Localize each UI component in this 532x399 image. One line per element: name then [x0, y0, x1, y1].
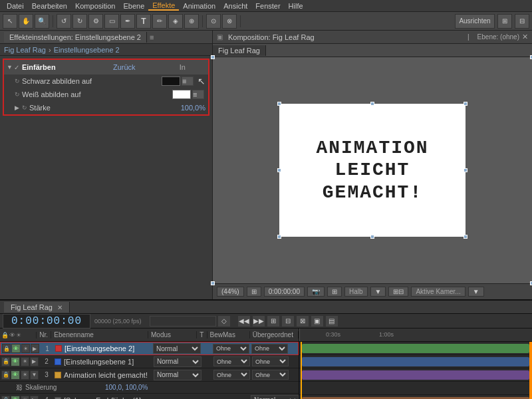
tool-zoom[interactable]: 🔍	[35, 14, 49, 29]
layer1-solo[interactable]: ☀	[21, 344, 30, 353]
layer1-mode-select[interactable]: Normal	[153, 343, 201, 354]
camera-dropdown-btn[interactable]: ▼	[468, 287, 484, 297]
tool-text[interactable]: T	[136, 14, 151, 29]
layer1-uber-select[interactable]: Ohne	[251, 344, 288, 354]
layer3-eye[interactable]: 👁	[11, 370, 19, 380]
tool-clone[interactable]: ◈	[168, 14, 183, 29]
effect-expand-icon[interactable]: ▼	[7, 64, 13, 70]
menu-effekte[interactable]: Effekte	[148, 1, 179, 11]
menu-fenster[interactable]: Fenster	[251, 2, 284, 10]
weis-color-swatch[interactable]	[172, 90, 191, 99]
menu-hilfe[interactable]: Hilfe	[285, 2, 307, 10]
tl-stretch[interactable]: ⊞	[267, 315, 280, 327]
tool-settings[interactable]: ⚙	[88, 14, 103, 29]
ausrichten-icon2[interactable]: ⊟	[515, 14, 529, 29]
canvas-handle-tl[interactable]	[277, 102, 281, 106]
zoom-btn[interactable]: (44%)	[217, 287, 244, 297]
tl-motion[interactable]: ⊠	[296, 315, 309, 327]
tool-redo[interactable]: ↻	[72, 14, 87, 29]
grid-btn[interactable]: ⊞	[327, 287, 342, 297]
tl-snap[interactable]: ⊟	[281, 315, 295, 327]
extra-btn[interactable]: ⊞⊟	[388, 287, 408, 297]
layer-row-1[interactable]: 🔒 👁 ☀ ▶ 1 [Einstellungsebene 2] Normal O…	[0, 342, 299, 355]
tool-rect[interactable]: ▭	[104, 14, 119, 29]
canvas-handle-bl[interactable]	[277, 235, 281, 239]
fit-btn[interactable]: ⊞	[247, 287, 261, 297]
panel-options-icon[interactable]: ≡	[150, 33, 154, 41]
tl-btn-key[interactable]: ◇	[217, 315, 231, 327]
handle-tl[interactable]	[211, 55, 215, 59]
layer2-eye[interactable]: 👁	[11, 357, 19, 366]
comp-canvas[interactable]: ANIMATION LEICHT GEMACHT!	[213, 57, 532, 283]
search-input[interactable]	[150, 316, 216, 327]
layer2-lock[interactable]: 🔒	[1, 357, 10, 366]
weis-effect-icon[interactable]: ≡	[192, 90, 204, 99]
time-display[interactable]: 0:00:00:00	[7, 315, 86, 328]
menu-komposition[interactable]: Komposition	[71, 2, 120, 10]
starke-value[interactable]: 100,0%	[181, 104, 205, 112]
layer1-motion[interactable]: ▶	[31, 344, 39, 353]
tool-extra1[interactable]: ⊙	[206, 14, 221, 29]
tl-render1[interactable]: ▣	[311, 315, 324, 327]
layer3-lock[interactable]: 🔒	[1, 370, 10, 380]
comp-tab[interactable]: Fig Leaf Rag	[213, 45, 266, 56]
layer2-motion[interactable]: ▶	[30, 357, 39, 366]
ausrichten-icon1[interactable]: ⊞	[497, 14, 512, 29]
layer3-mode-select[interactable]: Normal	[154, 370, 201, 380]
track2-bar[interactable]	[302, 357, 529, 366]
effect-checkbox[interactable]: ✓	[14, 64, 19, 71]
layer4-solo[interactable]: ☀	[21, 396, 29, 400]
quality-btn[interactable]: ▼	[370, 287, 386, 297]
layer2-uber-select[interactable]: Ohne	[252, 356, 289, 366]
layer-row-3[interactable]: 🔒 👁 ☀ ▼ 3 Animation leicht gemacht! Norm…	[0, 368, 299, 382]
tool-arrow[interactable]: ↖	[3, 14, 17, 29]
schwarz-effect-icon[interactable]: ≡	[182, 76, 194, 86]
comp-close-icon[interactable]: ✕	[522, 33, 528, 41]
canvas-handle-br[interactable]	[464, 235, 467, 239]
canvas-handle-ml[interactable]	[277, 168, 281, 172]
schwarz-cycle-icon[interactable]: ↻	[15, 78, 20, 84]
tool-hand[interactable]: ✋	[19, 14, 33, 29]
track3-bar[interactable]	[302, 370, 529, 380]
layer4-expand[interactable]: ▶	[30, 396, 39, 400]
menu-ebene[interactable]: Ebene	[119, 2, 148, 10]
tool-pen[interactable]: ✒	[120, 14, 135, 29]
starke-expand-icon[interactable]: ▶	[15, 104, 19, 111]
track1-bar[interactable]	[302, 344, 529, 353]
tl-keyframe-nav-next[interactable]: ▶▶	[252, 315, 265, 327]
breadcrumb-layer[interactable]: Einstellungsebene 2	[54, 46, 120, 54]
handle-bl[interactable]	[211, 281, 215, 285]
effect-zurück[interactable]: Zurück	[113, 63, 136, 71]
camera-icon-btn[interactable]: 📷	[307, 287, 325, 297]
layer3-expand[interactable]: ▼	[30, 370, 39, 380]
playhead[interactable]	[301, 342, 302, 399]
layer3-solo[interactable]: ☀	[21, 370, 29, 380]
ausrichten-button[interactable]: Ausrichten	[455, 14, 495, 29]
layer4-mode-select[interactable]: Normal	[251, 395, 299, 400]
timeline-tab[interactable]: Fig Leaf Rag ✕	[4, 302, 70, 313]
schwarz-color-swatch[interactable]	[162, 76, 180, 86]
tool-puppet[interactable]: ⊕	[184, 14, 199, 29]
effects-tab[interactable]: Effekteinstellungen: Einstellungsebene 2	[4, 32, 147, 43]
menu-bearbeiten[interactable]: Bearbeiten	[28, 2, 71, 10]
tl-render2[interactable]: ▤	[325, 315, 338, 327]
layer3-uber-select[interactable]: Ohne	[252, 370, 289, 380]
canvas-handle-mr[interactable]	[464, 168, 467, 172]
layer3-bewmas-select[interactable]: Ohne	[213, 370, 250, 380]
layer1-lock[interactable]: 🔒	[2, 344, 11, 353]
time-btn[interactable]: 0:00:00:00	[264, 287, 305, 297]
breadcrumb-comp[interactable]: Fig Leaf Rag	[4, 46, 46, 54]
timeline-close-icon[interactable]: ✕	[57, 304, 63, 311]
menu-ansicht[interactable]: Ansicht	[219, 2, 251, 10]
starke-cycle-icon[interactable]: ↻	[22, 104, 27, 111]
canvas-handle-tr[interactable]	[464, 102, 467, 106]
layer2-solo[interactable]: ☀	[21, 357, 29, 366]
canvas-handle-tm[interactable]	[370, 102, 374, 106]
layer-row-4[interactable]: 🔒 👁 ☀ ▶ 4 [Schwarz Farbfläche (1] Normal	[0, 394, 299, 399]
skalierung-value[interactable]: 100,0, 100,0%	[105, 384, 148, 391]
menu-datei[interactable]: Datei	[3, 2, 28, 10]
layer4-lock[interactable]: 🔒	[1, 396, 10, 400]
canvas-handle-bm[interactable]	[370, 235, 374, 239]
layer-row-2[interactable]: 🔒 👁 ☀ ▶ 2 [Einstellungsebene 1] Normal O…	[0, 355, 299, 368]
tool-undo[interactable]: ↺	[57, 14, 71, 29]
